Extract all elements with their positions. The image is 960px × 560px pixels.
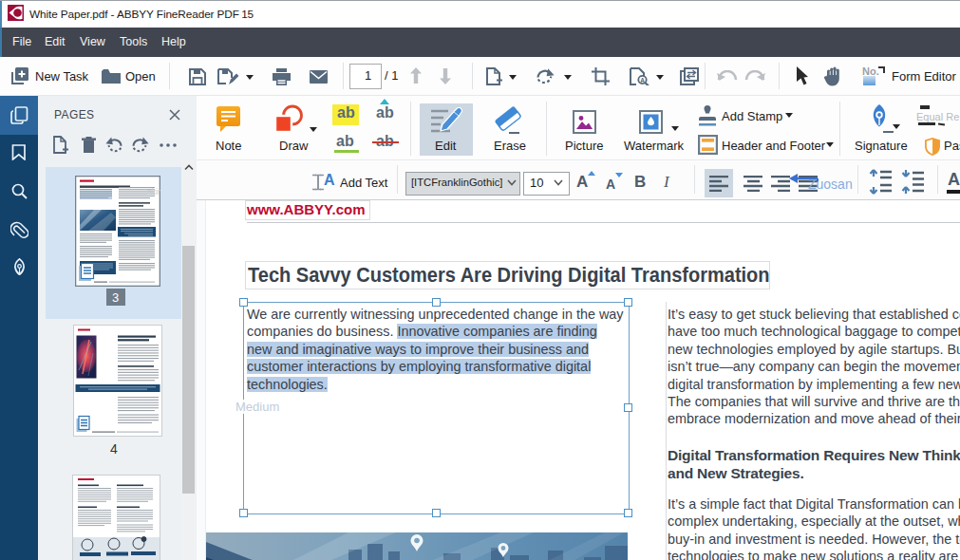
svg-text:skin: skin <box>147 187 160 196</box>
svg-text:A: A <box>640 77 645 84</box>
